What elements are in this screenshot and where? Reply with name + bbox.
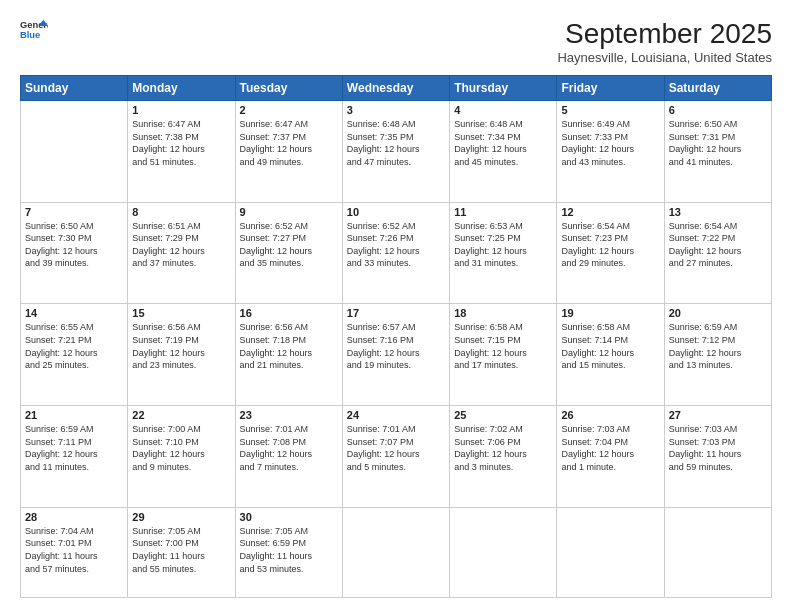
day-info: Sunrise: 7:03 AM Sunset: 7:04 PM Dayligh… <box>561 423 659 473</box>
day-number: 20 <box>669 307 767 319</box>
day-number: 25 <box>454 409 552 421</box>
month-title: September 2025 <box>557 18 772 50</box>
day-info: Sunrise: 6:52 AM Sunset: 7:26 PM Dayligh… <box>347 220 445 270</box>
calendar-cell: 26Sunrise: 7:03 AM Sunset: 7:04 PM Dayli… <box>557 406 664 508</box>
day-info: Sunrise: 6:56 AM Sunset: 7:19 PM Dayligh… <box>132 321 230 371</box>
day-number: 15 <box>132 307 230 319</box>
day-info: Sunrise: 6:52 AM Sunset: 7:27 PM Dayligh… <box>240 220 338 270</box>
day-number: 14 <box>25 307 123 319</box>
day-info: Sunrise: 6:50 AM Sunset: 7:30 PM Dayligh… <box>25 220 123 270</box>
day-number: 9 <box>240 206 338 218</box>
day-info: Sunrise: 6:59 AM Sunset: 7:11 PM Dayligh… <box>25 423 123 473</box>
calendar-cell: 7Sunrise: 6:50 AM Sunset: 7:30 PM Daylig… <box>21 202 128 304</box>
day-number: 29 <box>132 511 230 523</box>
calendar-cell <box>664 507 771 597</box>
day-number: 8 <box>132 206 230 218</box>
day-number: 24 <box>347 409 445 421</box>
calendar-cell: 2Sunrise: 6:47 AM Sunset: 7:37 PM Daylig… <box>235 101 342 203</box>
calendar-week-row-4: 21Sunrise: 6:59 AM Sunset: 7:11 PM Dayli… <box>21 406 772 508</box>
day-number: 5 <box>561 104 659 116</box>
header-thursday: Thursday <box>450 76 557 101</box>
day-info: Sunrise: 6:47 AM Sunset: 7:37 PM Dayligh… <box>240 118 338 168</box>
day-info: Sunrise: 6:57 AM Sunset: 7:16 PM Dayligh… <box>347 321 445 371</box>
calendar-cell: 25Sunrise: 7:02 AM Sunset: 7:06 PM Dayli… <box>450 406 557 508</box>
calendar-cell: 10Sunrise: 6:52 AM Sunset: 7:26 PM Dayli… <box>342 202 449 304</box>
calendar-cell: 18Sunrise: 6:58 AM Sunset: 7:15 PM Dayli… <box>450 304 557 406</box>
day-number: 27 <box>669 409 767 421</box>
day-info: Sunrise: 7:00 AM Sunset: 7:10 PM Dayligh… <box>132 423 230 473</box>
calendar-cell: 19Sunrise: 6:58 AM Sunset: 7:14 PM Dayli… <box>557 304 664 406</box>
calendar-cell: 29Sunrise: 7:05 AM Sunset: 7:00 PM Dayli… <box>128 507 235 597</box>
calendar-cell: 1Sunrise: 6:47 AM Sunset: 7:38 PM Daylig… <box>128 101 235 203</box>
calendar-cell: 4Sunrise: 6:48 AM Sunset: 7:34 PM Daylig… <box>450 101 557 203</box>
svg-text:Blue: Blue <box>20 30 40 40</box>
calendar-cell: 15Sunrise: 6:56 AM Sunset: 7:19 PM Dayli… <box>128 304 235 406</box>
calendar-week-row-2: 7Sunrise: 6:50 AM Sunset: 7:30 PM Daylig… <box>21 202 772 304</box>
calendar-cell: 9Sunrise: 6:52 AM Sunset: 7:27 PM Daylig… <box>235 202 342 304</box>
day-number: 1 <box>132 104 230 116</box>
day-info: Sunrise: 6:54 AM Sunset: 7:23 PM Dayligh… <box>561 220 659 270</box>
day-number: 17 <box>347 307 445 319</box>
day-number: 28 <box>25 511 123 523</box>
title-block: September 2025 Haynesville, Louisiana, U… <box>557 18 772 65</box>
calendar-cell: 12Sunrise: 6:54 AM Sunset: 7:23 PM Dayli… <box>557 202 664 304</box>
day-info: Sunrise: 6:48 AM Sunset: 7:34 PM Dayligh… <box>454 118 552 168</box>
calendar-cell <box>450 507 557 597</box>
day-number: 13 <box>669 206 767 218</box>
calendar-cell: 30Sunrise: 7:05 AM Sunset: 6:59 PM Dayli… <box>235 507 342 597</box>
day-number: 26 <box>561 409 659 421</box>
header-friday: Friday <box>557 76 664 101</box>
day-info: Sunrise: 7:01 AM Sunset: 7:07 PM Dayligh… <box>347 423 445 473</box>
day-info: Sunrise: 6:59 AM Sunset: 7:12 PM Dayligh… <box>669 321 767 371</box>
day-info: Sunrise: 6:55 AM Sunset: 7:21 PM Dayligh… <box>25 321 123 371</box>
calendar-cell <box>342 507 449 597</box>
header: GeneralBlue September 2025 Haynesville, … <box>20 18 772 65</box>
day-number: 6 <box>669 104 767 116</box>
day-info: Sunrise: 7:01 AM Sunset: 7:08 PM Dayligh… <box>240 423 338 473</box>
day-number: 7 <box>25 206 123 218</box>
calendar-cell: 24Sunrise: 7:01 AM Sunset: 7:07 PM Dayli… <box>342 406 449 508</box>
day-info: Sunrise: 7:05 AM Sunset: 6:59 PM Dayligh… <box>240 525 338 575</box>
calendar-cell: 20Sunrise: 6:59 AM Sunset: 7:12 PM Dayli… <box>664 304 771 406</box>
header-sunday: Sunday <box>21 76 128 101</box>
day-number: 19 <box>561 307 659 319</box>
logo-icon: GeneralBlue <box>20 18 48 40</box>
calendar-cell: 17Sunrise: 6:57 AM Sunset: 7:16 PM Dayli… <box>342 304 449 406</box>
location: Haynesville, Louisiana, United States <box>557 50 772 65</box>
day-number: 23 <box>240 409 338 421</box>
day-number: 10 <box>347 206 445 218</box>
weekday-header-row: Sunday Monday Tuesday Wednesday Thursday… <box>21 76 772 101</box>
day-info: Sunrise: 6:53 AM Sunset: 7:25 PM Dayligh… <box>454 220 552 270</box>
calendar-cell: 13Sunrise: 6:54 AM Sunset: 7:22 PM Dayli… <box>664 202 771 304</box>
day-info: Sunrise: 7:02 AM Sunset: 7:06 PM Dayligh… <box>454 423 552 473</box>
calendar-cell: 6Sunrise: 6:50 AM Sunset: 7:31 PM Daylig… <box>664 101 771 203</box>
day-info: Sunrise: 6:54 AM Sunset: 7:22 PM Dayligh… <box>669 220 767 270</box>
header-saturday: Saturday <box>664 76 771 101</box>
day-number: 18 <box>454 307 552 319</box>
day-info: Sunrise: 7:05 AM Sunset: 7:00 PM Dayligh… <box>132 525 230 575</box>
header-monday: Monday <box>128 76 235 101</box>
day-info: Sunrise: 6:58 AM Sunset: 7:15 PM Dayligh… <box>454 321 552 371</box>
header-tuesday: Tuesday <box>235 76 342 101</box>
calendar-cell: 5Sunrise: 6:49 AM Sunset: 7:33 PM Daylig… <box>557 101 664 203</box>
calendar-cell: 23Sunrise: 7:01 AM Sunset: 7:08 PM Dayli… <box>235 406 342 508</box>
day-info: Sunrise: 6:58 AM Sunset: 7:14 PM Dayligh… <box>561 321 659 371</box>
day-number: 16 <box>240 307 338 319</box>
calendar-cell: 21Sunrise: 6:59 AM Sunset: 7:11 PM Dayli… <box>21 406 128 508</box>
calendar-week-row-1: 1Sunrise: 6:47 AM Sunset: 7:38 PM Daylig… <box>21 101 772 203</box>
calendar-cell: 11Sunrise: 6:53 AM Sunset: 7:25 PM Dayli… <box>450 202 557 304</box>
calendar-page: GeneralBlue September 2025 Haynesville, … <box>0 0 792 612</box>
day-info: Sunrise: 6:48 AM Sunset: 7:35 PM Dayligh… <box>347 118 445 168</box>
day-info: Sunrise: 6:49 AM Sunset: 7:33 PM Dayligh… <box>561 118 659 168</box>
day-number: 30 <box>240 511 338 523</box>
day-info: Sunrise: 6:51 AM Sunset: 7:29 PM Dayligh… <box>132 220 230 270</box>
day-info: Sunrise: 6:47 AM Sunset: 7:38 PM Dayligh… <box>132 118 230 168</box>
day-number: 12 <box>561 206 659 218</box>
day-info: Sunrise: 7:03 AM Sunset: 7:03 PM Dayligh… <box>669 423 767 473</box>
day-number: 22 <box>132 409 230 421</box>
day-number: 21 <box>25 409 123 421</box>
calendar-week-row-5: 28Sunrise: 7:04 AM Sunset: 7:01 PM Dayli… <box>21 507 772 597</box>
calendar-cell: 22Sunrise: 7:00 AM Sunset: 7:10 PM Dayli… <box>128 406 235 508</box>
calendar-cell: 27Sunrise: 7:03 AM Sunset: 7:03 PM Dayli… <box>664 406 771 508</box>
calendar-cell: 28Sunrise: 7:04 AM Sunset: 7:01 PM Dayli… <box>21 507 128 597</box>
